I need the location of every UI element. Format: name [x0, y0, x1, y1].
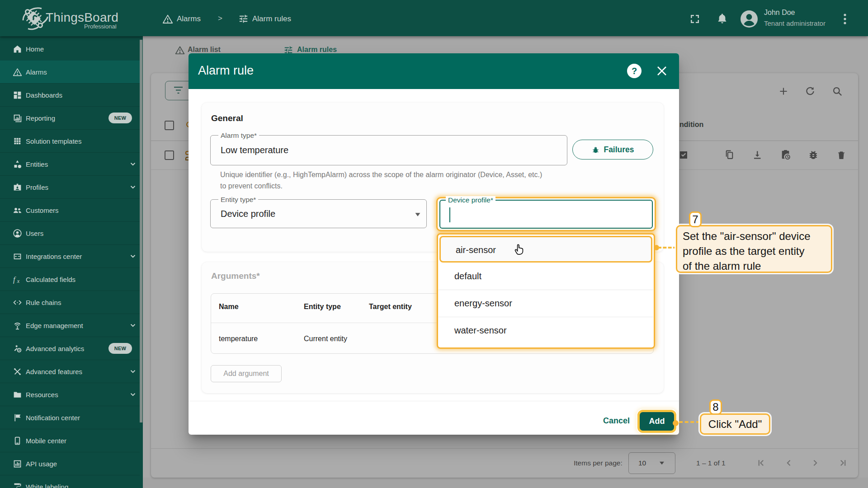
svg-text:x: x	[17, 277, 20, 284]
svg-text:f: f	[13, 275, 16, 283]
svg-text:?: ?	[632, 66, 637, 76]
